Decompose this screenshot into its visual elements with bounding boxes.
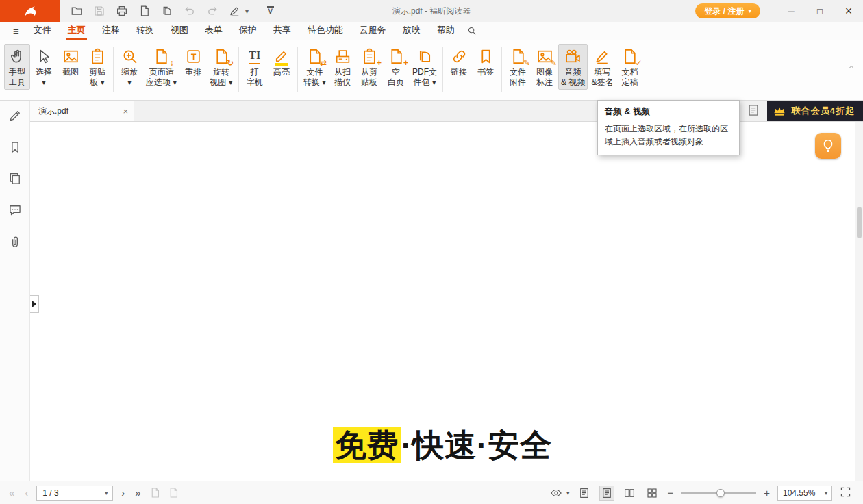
create-pdf-icon[interactable] bbox=[138, 4, 151, 18]
menu-view[interactable]: 视图 bbox=[162, 22, 197, 40]
tool-blank-page[interactable]: + 空 白页 bbox=[383, 44, 409, 90]
hamburger-menu-icon[interactable]: ≡ bbox=[7, 25, 25, 37]
login-register-button[interactable]: 登录 / 注册 ▾ bbox=[695, 3, 760, 18]
attachments-panel-icon[interactable] bbox=[8, 235, 22, 249]
next-view-icon[interactable] bbox=[168, 487, 180, 499]
tool-from-clipboard[interactable]: + 从剪 贴板 bbox=[356, 44, 382, 90]
tool-zoom[interactable]: 缩放 ▾ bbox=[116, 44, 142, 90]
menu-features[interactable]: 特色功能 bbox=[299, 22, 351, 40]
from-clipboard-icon: + bbox=[360, 47, 378, 65]
menu-home[interactable]: 主页 bbox=[60, 22, 94, 40]
tool-snapshot[interactable]: 截图 bbox=[58, 44, 84, 90]
previous-view-icon[interactable] bbox=[149, 487, 162, 499]
tool-finalize-doc[interactable]: ✓ 文档 定稿 bbox=[616, 44, 642, 90]
ribbon-toolbar: 手型 工具 选择 ▾ 截图 剪贴 板 ▾ 缩放 ▾ ↕ 页面适 应选项 ▾ bbox=[0, 40, 863, 101]
minimize-button[interactable]: ─ bbox=[778, 1, 804, 21]
email-doc-icon[interactable] bbox=[160, 4, 174, 18]
ribbon-separator bbox=[501, 47, 502, 92]
tool-image-annotation[interactable]: ✎ 图像 标注 bbox=[531, 44, 558, 90]
reading-mode-icon[interactable] bbox=[747, 103, 762, 118]
pages-panel-icon[interactable] bbox=[8, 172, 22, 186]
grid-view-icon[interactable] bbox=[645, 486, 660, 501]
tool-audio-video[interactable]: 音频 & 视频 bbox=[558, 44, 588, 90]
open-file-icon[interactable] bbox=[70, 4, 84, 18]
lightbulb-tip-button[interactable] bbox=[815, 133, 841, 159]
typewriter-icon: TI bbox=[246, 47, 264, 65]
menu-comment[interactable]: 注释 bbox=[94, 22, 128, 40]
tab-close-icon[interactable]: × bbox=[123, 107, 128, 116]
zoom-caret-icon: ▾ bbox=[821, 489, 831, 496]
tool-fit-page[interactable]: ↕ 页面适 应选项 ▾ bbox=[143, 44, 179, 90]
bookmarks-panel-icon[interactable] bbox=[8, 140, 22, 154]
tool-fill-sign[interactable]: 填写 &签名 bbox=[588, 44, 616, 90]
foxit-logo[interactable] bbox=[0, 0, 60, 22]
document-tab[interactable]: 演示.pdf × bbox=[30, 101, 134, 121]
tool-clipboard[interactable]: 剪贴 板 ▾ bbox=[84, 44, 110, 90]
finalize-doc-icon: ✓ bbox=[621, 47, 638, 65]
titlebar-right: 登录 / 注册 ▾ ─ □ × bbox=[695, 1, 863, 21]
tool-rotate-view[interactable]: ↻ 旋转 视图 ▾ bbox=[207, 44, 235, 90]
zoom-slider-handle[interactable] bbox=[716, 489, 725, 497]
zoom-level-dropdown[interactable]: 104.55% ▾ bbox=[777, 486, 832, 501]
tool-convert-file[interactable]: ⇄ 文件 转换 ▾ bbox=[301, 44, 329, 90]
menu-protect[interactable]: 保护 bbox=[231, 22, 265, 40]
tool-reflow[interactable]: 重排 bbox=[180, 44, 206, 90]
view-mode-icon[interactable] bbox=[549, 486, 564, 501]
quick-annotate-icon[interactable] bbox=[8, 109, 22, 123]
close-button[interactable]: × bbox=[836, 1, 862, 21]
zoom-out-button[interactable]: − bbox=[667, 488, 673, 498]
last-page-button[interactable]: » bbox=[133, 488, 142, 498]
scrollbar-thumb[interactable] bbox=[857, 207, 862, 238]
vertical-scrollbar[interactable] bbox=[855, 122, 863, 481]
menu-convert[interactable]: 转换 bbox=[128, 22, 162, 40]
tool-bookmark[interactable]: 书签 bbox=[473, 44, 499, 90]
search-icon[interactable] bbox=[463, 22, 481, 40]
audio-video-tooltip: 音频 & 视频 在页面上选取区域，在所选取的区域上插入音频或者视频对象 bbox=[597, 100, 740, 155]
next-page-button[interactable]: › bbox=[119, 488, 127, 498]
menu-file[interactable]: 文件 bbox=[25, 22, 60, 40]
undo-icon[interactable] bbox=[183, 4, 197, 18]
tool-highlight[interactable]: 高亮 bbox=[268, 44, 295, 90]
tool-pdf-portfolio[interactable]: PDF文 件包 ▾ bbox=[410, 44, 440, 90]
menu-form[interactable]: 表单 bbox=[197, 22, 231, 40]
menu-help[interactable]: 帮助 bbox=[429, 22, 463, 40]
main-body: 演示.pdf × 联合会员4折起 免费·快速·安全 bbox=[0, 101, 863, 481]
ribbon-separator bbox=[297, 47, 298, 92]
view-mode-caret-icon[interactable]: ▾ bbox=[566, 490, 570, 496]
zoom-in-button[interactable]: + bbox=[764, 488, 770, 498]
previous-page-button[interactable]: ‹ bbox=[23, 488, 30, 498]
document-headline: 免费·快速·安全 bbox=[30, 425, 855, 467]
save-icon[interactable] bbox=[92, 4, 106, 18]
membership-promo-banner[interactable]: 联合会员4折起 bbox=[767, 101, 863, 121]
login-caret-icon: ▾ bbox=[748, 8, 751, 14]
menu-present[interactable]: 放映 bbox=[395, 22, 429, 40]
tool-select[interactable]: 选择 ▾ bbox=[31, 44, 57, 90]
first-page-button[interactable]: « bbox=[7, 488, 16, 498]
menu-cloud[interactable]: 云服务 bbox=[351, 22, 395, 40]
tool-typewriter[interactable]: TI 打 字机 bbox=[242, 44, 268, 90]
page-number-dropdown[interactable]: 1 / 3 ▾ bbox=[36, 486, 113, 501]
single-page-view-icon[interactable] bbox=[577, 486, 592, 501]
collapse-ribbon-icon[interactable] bbox=[847, 62, 858, 71]
ribbon-separator bbox=[238, 47, 239, 92]
redo-icon[interactable] bbox=[205, 4, 219, 18]
facing-pages-view-icon[interactable] bbox=[622, 486, 637, 501]
maximize-button[interactable]: □ bbox=[807, 1, 833, 21]
quick-sign-icon[interactable] bbox=[228, 4, 242, 18]
print-icon[interactable] bbox=[115, 4, 129, 18]
tool-file-attachment[interactable]: ✎ 文件 附件 bbox=[505, 44, 531, 90]
customize-toolbar-icon[interactable]: ∨ bbox=[267, 6, 274, 16]
zoom-slider[interactable] bbox=[681, 488, 756, 498]
comments-panel-icon[interactable] bbox=[8, 203, 22, 217]
expand-panel-handle[interactable] bbox=[30, 295, 39, 313]
menu-share[interactable]: 共享 bbox=[265, 22, 299, 40]
tool-link[interactable]: 链接 bbox=[446, 44, 472, 90]
continuous-view-icon[interactable] bbox=[599, 486, 614, 501]
document-viewport[interactable]: 免费·快速·安全 bbox=[30, 122, 863, 481]
fullscreen-icon[interactable] bbox=[840, 486, 853, 500]
tool-hand[interactable]: 手型 工具 bbox=[4, 44, 30, 90]
left-panel-toolbar bbox=[0, 101, 30, 481]
tool-from-scanner[interactable]: 从扫 描仪 bbox=[329, 44, 355, 90]
quick-sign-caret-icon[interactable]: ▾ bbox=[245, 8, 249, 15]
blank-page-icon: + bbox=[387, 47, 405, 65]
